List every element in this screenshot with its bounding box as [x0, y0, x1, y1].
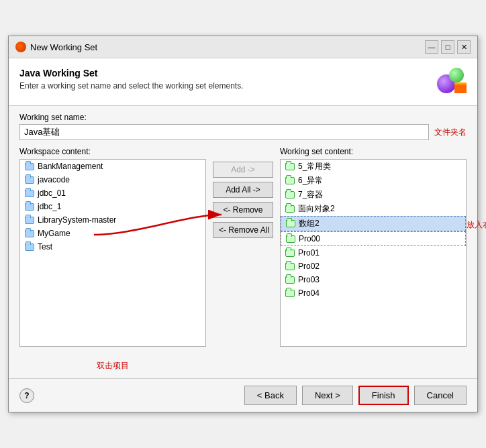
working-set-panel: Working set content: 5_常用类 6_异常 7_容器 [280, 147, 467, 372]
list-item[interactable]: LibrarySystem-master [20, 213, 205, 227]
dialog-title: New Working Set [30, 42, 97, 52]
dialog-body: Working set name: 文件夹名 Workspace content… [9, 106, 477, 378]
remove-button[interactable]: <- Remove [213, 202, 273, 218]
item-label: 7_容器 [298, 189, 323, 201]
middle-buttons: Add -> Add All -> <- Remove <- Remove Al… [213, 147, 273, 372]
folder-icon [285, 261, 295, 272]
folder-icon [285, 219, 296, 229]
working-set-name-input[interactable] [19, 124, 429, 140]
help-button[interactable]: ? [19, 388, 34, 403]
folder-icon [24, 241, 35, 252]
folder-icon [285, 288, 295, 298]
folder-icon [24, 215, 35, 225]
list-item[interactable]: jdbc_1 [20, 200, 205, 213]
folder-icon [285, 204, 295, 215]
item-label: Pro02 [298, 262, 320, 271]
header-description: Enter a working set name and select the … [19, 81, 244, 91]
item-label: jdbc_1 [38, 202, 61, 211]
title-bar-left: New Working Set [15, 42, 97, 52]
folder-icon [285, 176, 295, 186]
eclipse-icon [15, 42, 26, 52]
item-label: jdbc_01 [38, 188, 66, 198]
item-label: javacode [38, 175, 70, 184]
minimize-button[interactable]: — [425, 40, 438, 54]
list-item[interactable]: 面向对象2 [281, 202, 466, 216]
list-item[interactable]: Pro02 [281, 260, 466, 273]
list-item[interactable]: Pro03 [281, 273, 466, 286]
footer-left: ? [19, 388, 34, 403]
item-label: Pro04 [298, 288, 320, 298]
folder-icon [24, 161, 35, 172]
maximize-button[interactable]: □ [441, 40, 454, 54]
list-item[interactable]: javacode [20, 173, 205, 186]
next-button[interactable]: Next > [302, 386, 353, 405]
working-set-content-label: Working set content: [280, 147, 467, 156]
header-title: Java Working Set [19, 68, 244, 78]
name-hint: 文件夹名 [434, 127, 467, 138]
folder-icon [285, 274, 295, 285]
item-label: 6_异常 [298, 175, 323, 186]
back-button[interactable]: < Back [244, 386, 297, 405]
list-item[interactable]: Pro00 [281, 231, 466, 246]
new-working-set-dialog: New Working Set — □ ✕ Java Working Set E… [8, 36, 478, 412]
list-item[interactable]: MyGame [20, 227, 205, 240]
item-label: 5_常用类 [298, 161, 331, 172]
folder-icon [285, 162, 295, 172]
dialog-header: Java Working Set Enter a working set nam… [9, 58, 477, 106]
folder-icon [24, 201, 35, 212]
list-item[interactable]: 6_异常 [281, 174, 466, 188]
right-annotation: 放入右边 [467, 219, 486, 231]
window-controls: — □ ✕ [425, 40, 471, 54]
folder-icon [285, 233, 296, 244]
working-set-name-row: Working set name: 文件夹名 [19, 113, 467, 140]
folder-icon [24, 188, 35, 199]
close-button[interactable]: ✕ [457, 40, 471, 54]
add-button[interactable]: Add -> [213, 162, 273, 178]
workspace-list[interactable]: BankManagement javacode jdbc_01 jdbc_1 [19, 159, 206, 347]
item-label: BankManagement [38, 162, 103, 171]
content-area: Workspace content: BankManagement javaco… [19, 147, 467, 372]
folder-icon [285, 247, 295, 258]
folder-icon [285, 190, 295, 201]
item-label: Pro01 [298, 248, 320, 258]
left-annotation: 双击项目 [97, 361, 129, 370]
list-item[interactable]: Pro01 [281, 246, 466, 260]
list-item[interactable]: Pro04 [281, 286, 466, 300]
working-set-name-label: Working set name: [19, 113, 467, 122]
item-label: 面向对象2 [298, 203, 335, 215]
remove-all-button[interactable]: <- Remove All [213, 222, 273, 238]
workspace-panel: Workspace content: BankManagement javaco… [19, 147, 206, 372]
folder-icon [24, 174, 35, 185]
java-gift-icon [437, 68, 467, 97]
finish-button[interactable]: Finish [358, 386, 409, 405]
title-bar: New Working Set — □ ✕ [9, 36, 477, 58]
footer-right: < Back Next > Finish Cancel [244, 386, 467, 405]
cancel-button[interactable]: Cancel [414, 386, 467, 405]
dialog-footer: ? < Back Next > Finish Cancel [9, 378, 477, 412]
list-item[interactable]: BankManagement [20, 160, 205, 173]
list-item[interactable]: 7_容器 [281, 188, 466, 202]
folder-icon [24, 228, 35, 239]
item-label: Pro00 [299, 234, 320, 243]
item-label: LibrarySystem-master [38, 215, 116, 225]
green-ball [449, 68, 464, 82]
item-label: MyGame [38, 229, 70, 238]
item-label: 数组2 [299, 218, 320, 229]
working-set-list[interactable]: 5_常用类 6_异常 7_容器 面向对象2 [280, 159, 467, 347]
gift-box [454, 82, 467, 93]
workspace-content-label: Workspace content: [19, 147, 206, 156]
name-input-row: 文件夹名 [19, 124, 467, 140]
list-item[interactable]: Test [20, 240, 205, 254]
list-item[interactable]: jdbc_01 [20, 186, 205, 200]
item-label: Test [38, 242, 52, 251]
list-item[interactable]: 5_常用类 [281, 160, 466, 174]
item-label: Pro03 [298, 275, 320, 284]
add-all-button[interactable]: Add All -> [213, 182, 273, 198]
list-item-selected[interactable]: 数组2 [281, 216, 466, 231]
header-text: Java Working Set Enter a working set nam… [19, 68, 244, 91]
